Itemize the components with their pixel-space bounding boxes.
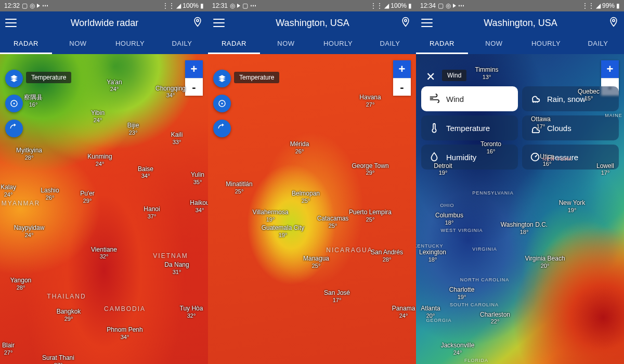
my-location-button[interactable]: [5, 95, 23, 112]
status-clock: 12:32: [4, 2, 20, 9]
radar-map[interactable]: + - Temperature Havana27°Mérida26°George…: [208, 54, 416, 364]
svg-point-0: [197, 19, 199, 21]
tab-now[interactable]: NOW: [52, 34, 104, 54]
zoom-in-button[interactable]: +: [393, 60, 411, 78]
region-label: CAMBODIA: [104, 305, 146, 313]
zoom-out-button[interactable]: -: [185, 78, 203, 96]
tab-daily[interactable]: DAILY: [572, 34, 624, 54]
status-signal-icon: ◢: [176, 2, 181, 9]
status-more-icon: [250, 2, 256, 9]
city-label: Lowell17°: [596, 163, 614, 176]
page-title: Worldwide radar: [17, 18, 192, 29]
city-label: Hanoi37°: [144, 206, 160, 219]
layer-option-wind[interactable]: Wind: [421, 86, 518, 111]
region-label: FLORIDA: [464, 358, 488, 363]
tab-hourly[interactable]: HOURLY: [520, 34, 572, 54]
status-bar: 12:32 ▢ ◎ ⋮⋮ ◢ 100% ▮: [0, 0, 208, 11]
region-label: SOUTH CAROLINA: [450, 302, 499, 307]
city-label: Havana27°: [359, 94, 381, 108]
active-layer-badge: Wind: [442, 70, 466, 81]
layer-option-label: Temperature: [446, 124, 490, 133]
city-label: 察隅县16°: [24, 94, 43, 108]
city-label: Vientiane32°: [91, 246, 117, 260]
status-play-icon: [237, 4, 240, 8]
svg-point-4: [613, 19, 615, 21]
city-label: Detroit19°: [434, 163, 452, 176]
tab-bar: RADAR NOW HOURLY DAILY: [416, 34, 624, 54]
city-label: Ottawa17°: [531, 116, 551, 129]
region-label: MYANMAR: [2, 200, 40, 207]
tab-now[interactable]: NOW: [260, 34, 312, 54]
tab-radar[interactable]: RADAR: [208, 34, 260, 54]
menu-button[interactable]: [213, 19, 225, 27]
menu-button[interactable]: [5, 19, 17, 27]
svg-point-1: [14, 103, 15, 105]
screen-1: 12:32 ▢ ◎ ⋮⋮ ◢ 100% ▮ Worldwide radar RA…: [0, 0, 208, 364]
region-label: NICARAGUA: [326, 246, 372, 254]
status-clock: 12:31: [212, 2, 228, 9]
tab-bar: RADAR NOW HOURLY DAILY: [0, 34, 208, 54]
active-layer-badge[interactable]: Temperature: [234, 72, 279, 83]
city-label: Mérida26°: [290, 141, 309, 154]
city-label: Charlotte19°: [449, 287, 475, 300]
city-label: Blair27°: [2, 342, 15, 356]
status-battery-icon: ▮: [200, 2, 204, 9]
menu-button[interactable]: [421, 19, 433, 27]
zoom-out-button[interactable]: -: [393, 78, 411, 96]
city-label: Toronto16°: [480, 141, 501, 154]
status-clock: 12:34: [420, 2, 436, 9]
layers-button[interactable]: [213, 70, 231, 87]
city-label: Guatemala City19°: [262, 225, 305, 238]
city-label: Ya'an24°: [107, 79, 122, 93]
tab-now[interactable]: NOW: [468, 34, 520, 54]
city-label: Bangkok29°: [57, 308, 81, 322]
city-label: Kunming24°: [87, 153, 112, 167]
tab-hourly[interactable]: HOURLY: [104, 34, 156, 54]
zoom-controls: + -: [185, 60, 203, 96]
layer-option-rain[interactable]: Rain, snow: [522, 86, 619, 111]
status-more-icon: [458, 2, 464, 9]
city-label: Belmopan25°: [292, 190, 320, 204]
city-label: Baise34°: [138, 166, 153, 179]
close-layers-button[interactable]: ✕: [423, 70, 438, 84]
location-button[interactable]: [608, 16, 619, 30]
map-controls: [213, 70, 231, 137]
city-label: Haikou34°: [190, 200, 208, 213]
city-label: Timmins13°: [475, 67, 499, 80]
city-label: San José17°: [324, 290, 350, 303]
status-wifi-icon: ⋮⋮: [582, 2, 594, 9]
city-label: San Andrés28°: [371, 249, 403, 263]
city-label: Charleston22°: [480, 311, 510, 325]
city-label: Villahermosa19°: [252, 209, 288, 223]
status-bar: 12:34 ▢ ◎ ⋮⋮ ◢ 99% ▮: [416, 0, 624, 11]
refresh-button[interactable]: [213, 120, 231, 137]
location-button[interactable]: [400, 16, 411, 30]
city-label: Myitkyina28°: [16, 147, 42, 161]
zoom-in-button[interactable]: +: [185, 60, 203, 78]
location-button[interactable]: [192, 16, 203, 30]
status-battery-pct: 100%: [183, 2, 199, 9]
radar-map[interactable]: + - ✕ Wind Wind Rain, snow Temperature C…: [416, 54, 624, 364]
page-title: Washington, USA: [433, 18, 608, 29]
city-label: Virginia Beach20°: [525, 255, 565, 269]
tab-radar[interactable]: RADAR: [0, 34, 52, 54]
city-label: New York19°: [559, 200, 586, 213]
tab-hourly[interactable]: HOURLY: [312, 34, 364, 54]
status-battery-pct: 100%: [391, 2, 407, 9]
status-image-icon: ▢: [438, 2, 444, 9]
city-label: Pu'er29°: [80, 190, 95, 204]
tab-daily[interactable]: DAILY: [156, 34, 208, 54]
my-location-button[interactable]: [213, 95, 231, 112]
city-label: Quebec15°: [578, 88, 600, 102]
active-layer-badge[interactable]: Temperature: [26, 72, 71, 83]
region-label: KENTUCKY: [416, 243, 444, 249]
tab-daily[interactable]: DAILY: [364, 34, 416, 54]
layer-option-temperature[interactable]: Temperature: [421, 115, 518, 140]
region-label: NORTH CAROLINA: [460, 277, 509, 282]
refresh-button[interactable]: [5, 120, 23, 137]
zoom-in-button[interactable]: +: [601, 60, 619, 78]
city-label: Atlanta20°: [421, 305, 440, 319]
radar-map[interactable]: + - Temperature 察隅县16°Ya'an24°Chongqing3…: [0, 54, 208, 364]
layers-button[interactable]: [5, 70, 23, 87]
tab-radar[interactable]: RADAR: [416, 34, 468, 54]
